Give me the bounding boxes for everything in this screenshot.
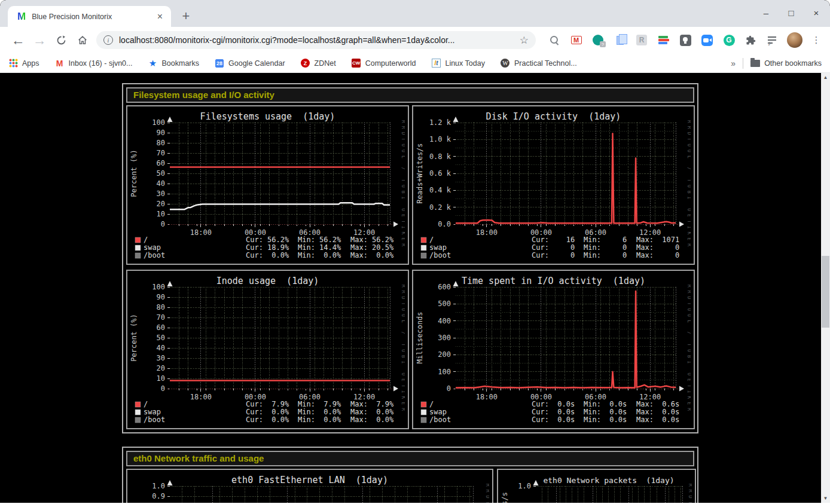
svg-text:Cur: 0.0%: Cur: 0.0% (246, 251, 289, 259)
forward-icon[interactable]: → (31, 32, 48, 48)
svg-text:/boot: /boot (144, 251, 165, 259)
bookmark-inbox[interactable]: M Inbox (16) - sjvn0... (55, 59, 133, 68)
svg-text:10: 10 (157, 210, 165, 218)
svg-text:Min: 7.9%: Min: 7.9% (298, 400, 341, 408)
svg-text:0: 0 (447, 384, 451, 393)
chart-eth0-lan[interactable]: 0.91.018:0000:0006:0012:00eth0 FastEther… (130, 473, 489, 503)
url-bar[interactable]: i localhost:8080/monitorix-cgi/monitorix… (96, 31, 536, 49)
maximize-button[interactable]: □ (783, 5, 799, 20)
svg-text:eth0 Network packets (1day): eth0 Network packets (1day) (543, 476, 674, 485)
graph-panel-inode-usage: 010203040506070809010018:0000:0006:0012:… (126, 270, 409, 429)
svg-text:Min: 0.0s: Min: 0.0s (584, 416, 627, 424)
close-button[interactable]: × (808, 5, 824, 20)
svg-text:Cur: 56.2%: Cur: 56.2% (246, 236, 289, 244)
section-title-filesystem: Filesystem usage and I/O activity (126, 87, 694, 103)
copy-pages-extension-icon[interactable] (612, 32, 628, 48)
search-extension-icon[interactable] (547, 32, 562, 48)
bookmarks-bar: Apps M Inbox (16) - sjvn0... ★ Bookmarks… (0, 54, 830, 73)
scroll-down-arrow[interactable]: ▼ (821, 494, 830, 503)
svg-text:0.8 k: 0.8 k (429, 152, 451, 161)
tab-close-icon[interactable]: × (155, 11, 165, 22)
bookmark-google-calendar[interactable]: 28 Google Calendar (215, 59, 285, 68)
svg-text:Min: 56.2%: Min: 56.2% (298, 236, 341, 244)
chart-inode-usage[interactable]: 010203040506070809010018:0000:0006:0012:… (130, 274, 405, 424)
browser-menu-icon[interactable]: ⋮ (808, 32, 824, 48)
r-extension-icon[interactable]: R (634, 32, 649, 48)
minimize-button[interactable]: – (758, 5, 774, 20)
scrollbar-thumb[interactable] (822, 256, 829, 328)
chart-time-io[interactable]: 010020030040050060018:0000:0006:0012:00T… (416, 274, 691, 424)
svg-text:Min: 0: Min: 0 (584, 243, 627, 252)
back-icon[interactable]: ← (10, 32, 26, 48)
svg-text:0.4 k: 0.4 k (429, 186, 451, 194)
svg-text:/: / (429, 400, 434, 408)
home-icon[interactable] (74, 32, 91, 48)
svg-text:90: 90 (157, 293, 165, 301)
extensions-row: M R G ♪ ⋮ (547, 32, 824, 48)
svg-text:Max: 0.0%: Max: 0.0% (350, 416, 394, 424)
computerworld-favicon: CW (352, 59, 361, 68)
svg-text:Max: 0.0s: Max: 0.0s (636, 408, 679, 416)
svg-text:Disk I/O activity (1day): Disk I/O activity (1day) (486, 111, 621, 122)
new-tab-button[interactable]: + (177, 7, 195, 25)
svg-text:Min: 14.4%: Min: 14.4% (298, 243, 341, 252)
svg-text:500: 500 (438, 300, 451, 308)
svg-text:/: / (144, 400, 148, 408)
bookmark-bookmarks[interactable]: ★ Bookmarks (148, 59, 200, 68)
bookmark-zdnet[interactable]: Z ZDNet (301, 59, 336, 68)
chart-eth0-packets[interactable]: 1.018:0000:0006:0012:00eth0 Network pack… (501, 473, 692, 503)
svg-text:Max: 0.0%: Max: 0.0% (350, 408, 394, 416)
svg-text:Cur: 0.0s: Cur: 0.0s (532, 400, 575, 408)
svg-text:1.2 k: 1.2 k (429, 118, 451, 127)
gmail-extension-icon[interactable]: M (569, 32, 584, 48)
scroll-up-arrow[interactable]: ▲ (821, 73, 830, 82)
svg-text:Cur: 0.0%: Cur: 0.0% (246, 408, 289, 416)
bookmark-practical-technology[interactable]: W Practical Technol... (501, 59, 577, 68)
svg-text:1.0 k: 1.0 k (429, 135, 451, 143)
other-bookmarks[interactable]: Other bookmarks (750, 59, 822, 68)
bookmark-linux-today[interactable]: lt Linux Today (431, 59, 485, 68)
section-title-network: eth0 Network traffic and usage (126, 451, 694, 466)
bookmark-star-icon[interactable]: ☆ (520, 34, 529, 47)
svg-text:Milliseconds: Milliseconds (416, 312, 424, 364)
svg-text:Filesystems usage (1day): Filesystems usage (1day) (200, 111, 335, 122)
svg-text:Cur: 0: Cur: 0 (532, 243, 575, 252)
svg-text:0.2 k: 0.2 k (429, 203, 451, 212)
url-text[interactable]: localhost:8080/monitorix-cgi/monitorix.c… (119, 35, 520, 45)
extensions-puzzle-icon[interactable] (743, 32, 759, 48)
svg-text:/: / (144, 236, 148, 244)
svg-text:30: 30 (157, 354, 165, 362)
svg-text:300: 300 (438, 334, 451, 342)
bookmark-computerworld[interactable]: CW Computerworld (352, 59, 416, 68)
svg-text:Min: 6: Min: 6 (584, 236, 627, 244)
reload-icon[interactable] (53, 32, 69, 48)
profile-avatar[interactable] (787, 32, 802, 48)
chart-filesystems-usage[interactable]: 010203040506070809010018:0000:0006:0012:… (130, 109, 405, 260)
svg-text:Time spent in I/O activity (1: Time spent in I/O activity (1day) (462, 276, 645, 286)
bookmarks-overflow-chevron[interactable]: » (731, 59, 736, 68)
svg-text:200: 200 (438, 350, 451, 359)
svg-text:18:00: 18:00 (190, 393, 212, 401)
browser-toolbar: ← → i localhost:8080/monitorix-cgi/monit… (0, 27, 830, 54)
svg-text:swap: swap (144, 408, 161, 416)
playlist-extension-icon[interactable]: ♪ (765, 32, 780, 48)
graph-panel-eth0-packets: 1.018:0000:0006:0012:00eth0 Network pack… (497, 469, 696, 503)
svg-text:30: 30 (157, 190, 165, 198)
zoom-extension-icon[interactable] (700, 32, 715, 48)
bookmark-apps[interactable]: Apps (8, 59, 39, 68)
keep-extension-icon[interactable] (678, 32, 693, 48)
chart-disk-io[interactable]: 0.00.2 k0.4 k0.6 k0.8 k1.0 k1.2 k18:0000… (416, 109, 691, 260)
page-info-icon[interactable]: i (103, 35, 113, 45)
svg-text:/boot: /boot (144, 416, 165, 424)
google-voice-extension-icon[interactable] (590, 32, 606, 48)
books-extension-icon[interactable] (656, 32, 672, 48)
svg-text:0: 0 (161, 220, 165, 228)
svg-text:eth0 FastEthernet LAN (1day): eth0 FastEthernet LAN (1day) (231, 475, 388, 485)
scrollbar[interactable]: ▲ ▼ (821, 73, 830, 503)
svg-text:400: 400 (438, 317, 451, 325)
svg-text:50: 50 (157, 334, 165, 342)
svg-text:Min: 0.0%: Min: 0.0% (298, 408, 341, 416)
svg-text:Min: 0: Min: 0 (584, 251, 627, 259)
browser-tab[interactable]: M Blue Precision Monitorix × (8, 6, 171, 27)
grammarly-extension-icon[interactable]: G (721, 32, 737, 48)
